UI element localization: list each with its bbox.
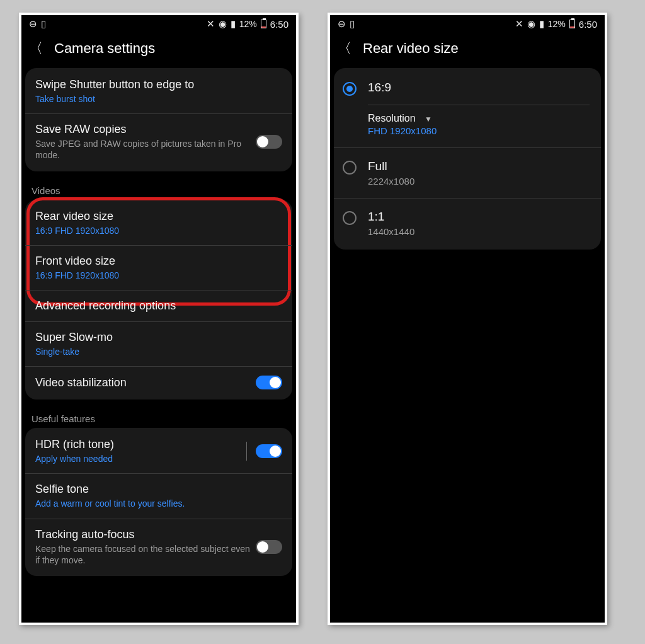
card-video-size-options: 16:9 Resolution ▼ FHD 1920x1080 Full 222…	[334, 68, 601, 250]
option-label: Full	[368, 159, 590, 173]
header: 〈 Camera settings	[21, 32, 296, 68]
row-title: Advanced recording options	[35, 299, 282, 313]
dnd-icon: ⊖	[29, 18, 37, 30]
row-sub: 16:9 FHD 1920x1080	[35, 225, 282, 236]
wifi-icon: ◉	[219, 18, 227, 30]
row-title: Save RAW copies	[35, 123, 256, 136]
radio-1-1[interactable]	[343, 211, 357, 225]
row-title: HDR (rich tone)	[35, 438, 246, 451]
row-title: Tracking auto-focus	[35, 528, 256, 541]
row-super-slowmo[interactable]: Super Slow-mo Single-take	[25, 322, 292, 367]
option-sub: 2224x1080	[368, 176, 590, 187]
option-1-1[interactable]: 1:1 1440x1440	[334, 198, 601, 248]
row-tracking-autofocus[interactable]: Tracking auto-focus Keep the camera focu…	[25, 519, 292, 575]
row-sub: Take burst shot	[35, 93, 282, 105]
row-rear-video-size[interactable]: Rear video size 16:9 FHD 1920x1080	[25, 201, 292, 246]
row-advanced-recording[interactable]: Advanced recording options	[25, 290, 292, 322]
row-video-stabilization[interactable]: Video stabilization	[25, 367, 292, 398]
sim-icon: ▯	[41, 18, 46, 30]
battery-icon	[261, 20, 266, 28]
option-full[interactable]: Full 2224x1080	[334, 148, 601, 198]
toggle-video-stabilization[interactable]	[256, 376, 282, 389]
toggle-hdr[interactable]	[256, 444, 282, 458]
status-bar: ⊖ ▯ ✕ ◉ ▮ 12% 6:50	[330, 15, 605, 32]
battery-percent: 12%	[548, 19, 566, 29]
row-save-raw[interactable]: Save RAW copies Save JPEG and RAW copies…	[25, 114, 292, 170]
row-front-video-size[interactable]: Front video size 16:9 FHD 1920x1080	[25, 246, 292, 290]
mute-icon: ✕	[515, 18, 523, 30]
toggle-save-raw[interactable]	[256, 135, 282, 149]
wifi-icon: ◉	[527, 18, 535, 30]
option-sub: 1440x1440	[368, 226, 590, 237]
option-label: 1:1	[368, 210, 590, 224]
resolution-label[interactable]: Resolution	[368, 113, 416, 124]
back-button[interactable]: 〈	[29, 42, 43, 55]
header: 〈 Rear video size	[330, 32, 605, 68]
section-videos: Videos	[21, 178, 296, 200]
row-title: Rear video size	[35, 210, 282, 223]
option-label: 16:9	[368, 81, 590, 95]
divider	[246, 442, 247, 461]
page-title: Camera settings	[54, 40, 155, 57]
row-hdr[interactable]: HDR (rich tone) Apply when needed	[25, 429, 292, 474]
back-button[interactable]: 〈	[338, 42, 351, 55]
row-title: Super Slow-mo	[35, 331, 282, 344]
radio-full[interactable]	[343, 161, 357, 175]
row-sub: Keep the camera focused on the selected …	[35, 543, 256, 566]
clock: 6:50	[579, 19, 597, 30]
radio-16-9[interactable]	[343, 82, 357, 96]
page-title: Rear video size	[363, 40, 459, 57]
chevron-down-icon[interactable]: ▼	[425, 115, 432, 124]
section-useful: Useful features	[21, 406, 296, 428]
phone-right: ⊖ ▯ ✕ ◉ ▮ 12% 6:50 〈 Rear video size 16:…	[328, 13, 607, 625]
row-sub: Save JPEG and RAW copies of pictures tak…	[35, 138, 256, 161]
battery-percent: 12%	[239, 19, 257, 29]
mute-icon: ✕	[207, 18, 215, 30]
dnd-icon: ⊖	[338, 18, 346, 30]
option-16-9[interactable]: 16:9 Resolution ▼ FHD 1920x1080	[334, 69, 601, 148]
row-swipe-shutter[interactable]: Swipe Shutter button to edge to Take bur…	[25, 69, 292, 114]
row-title: Video stabilization	[35, 376, 256, 389]
card-shutter-raw: Swipe Shutter button to edge to Take bur…	[25, 68, 292, 171]
row-title: Front video size	[35, 255, 282, 268]
row-sub: Apply when needed	[35, 453, 246, 464]
row-sub: 16:9 FHD 1920x1080	[35, 270, 282, 281]
card-useful: HDR (rich tone) Apply when needed Selfie…	[25, 428, 292, 576]
row-sub: Single-take	[35, 346, 282, 357]
status-bar: ⊖ ▯ ✕ ◉ ▮ 12% 6:50	[21, 15, 296, 32]
resolution-value: FHD 1920x1080	[368, 125, 590, 136]
phone-left: ⊖ ▯ ✕ ◉ ▮ 12% 6:50 〈 Camera settings Swi…	[19, 13, 299, 625]
signal-icon: ▮	[539, 18, 544, 30]
clock: 6:50	[270, 19, 288, 30]
row-sub: Add a warm or cool tint to your selfies.	[35, 498, 282, 509]
row-selfie-tone[interactable]: Selfie tone Add a warm or cool tint to y…	[25, 474, 292, 519]
battery-icon	[569, 20, 575, 28]
sim-icon: ▯	[350, 18, 355, 30]
row-title: Swipe Shutter button to edge to	[35, 78, 282, 91]
signal-icon: ▮	[231, 18, 236, 30]
toggle-tracking-autofocus[interactable]	[256, 540, 282, 554]
row-title: Selfie tone	[35, 483, 282, 496]
card-videos: Rear video size 16:9 FHD 1920x1080 Front…	[25, 200, 292, 400]
